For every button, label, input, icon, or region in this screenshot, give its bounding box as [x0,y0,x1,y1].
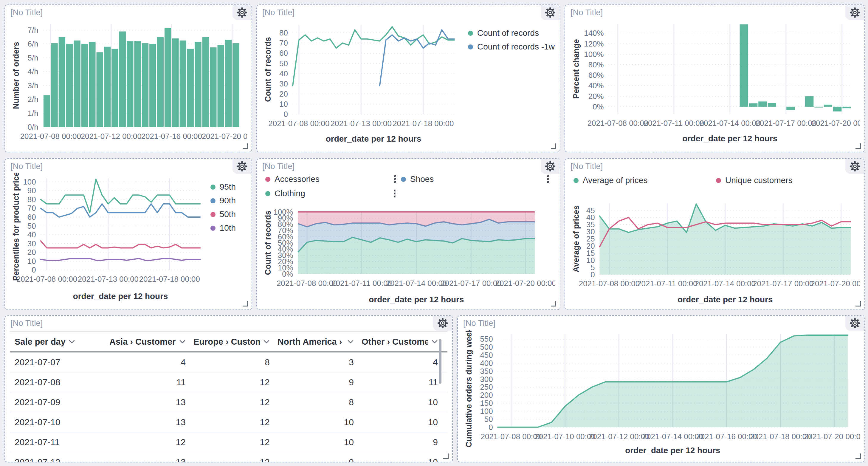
panel-resize-handle[interactable] [856,301,861,307]
svg-text:order_date per 12 hours: order_date per 12 hours [625,446,720,455]
panel-price-percentiles: [No Title] 01020304050607080901002021-07… [4,158,252,310]
svg-text:20: 20 [27,248,36,256]
svg-text:80: 80 [279,28,288,37]
chart-legend: AccessoriesShoesClothing [265,175,554,198]
chevron-down-icon [263,340,270,344]
legend-item-clothing[interactable]: Clothing [265,189,401,198]
legend-series-dot [211,185,216,190]
cell-date: 2021-07-08 [10,372,110,392]
svg-text:40: 40 [586,213,595,221]
panel-resize-handle[interactable] [243,144,248,149]
svg-text:2021-07-18 00:00: 2021-07-18 00:00 [393,119,454,128]
panel-settings-button[interactable] [541,5,560,20]
table-header-europe-customer[interactable]: Europe › Customer [193,332,278,351]
panel-resize-handle[interactable] [551,301,556,307]
chevron-down-icon [179,340,186,344]
svg-text:200: 200 [480,391,493,399]
cell-value: 9 [278,452,362,462]
column-label: Asia › Customers [110,337,176,347]
svg-text:150: 150 [480,399,493,407]
svg-text:Average of prices: Average of prices [572,206,581,273]
svg-text:2021-07-13 00:00: 2021-07-13 00:00 [331,119,392,128]
cell-value: 11 [110,372,193,392]
table-row: 2021-07-091312810 [10,392,447,412]
legend-item-95th[interactable]: 95th [211,182,247,192]
table-row: 2021-07-081112911 [10,372,447,392]
chart-canvas[interactable]: 0/h1/h2/h3/h4/h5/h6/h7/h2021-07-08 00:00… [10,20,247,144]
svg-text:450: 450 [480,351,493,359]
svg-text:0: 0 [32,266,36,274]
legend-item-count-of-records[interactable]: Count of records [468,28,554,38]
svg-text:2021-07-11 00:00: 2021-07-11 00:00 [644,119,704,127]
svg-text:6/h: 6/h [28,40,38,48]
panel-settings-button[interactable] [541,159,560,174]
legend-item-accessories[interactable]: Accessories [265,175,401,184]
legend-actions-icon[interactable] [394,189,397,198]
svg-text:2021-07-11 00:00: 2021-07-11 00:00 [637,280,697,288]
legend-series-dot [211,212,216,217]
panel-header: [No Title] [257,5,560,19]
svg-text:250: 250 [480,383,493,391]
legend-item-shoes[interactable]: Shoes [401,175,554,184]
panel-settings-button[interactable] [845,316,864,331]
legend-item-unique-customers[interactable]: Unique customers [716,176,859,185]
legend-series-label: 90th [220,196,236,206]
panel-title: [No Title] [570,162,603,171]
legend-item-50th[interactable]: 50th [211,210,247,219]
panel-settings-button[interactable] [232,159,252,174]
svg-text:2021-07-16 00:00: 2021-07-16 00:00 [696,432,757,441]
gear-icon [849,7,861,18]
panel-settings-button[interactable] [845,5,864,20]
svg-text:70: 70 [279,38,288,48]
table-row: 2021-07-111212109 [10,432,447,452]
legend-item-count-of-records-1w[interactable]: Count of records -1w [468,42,554,52]
table-scrollbar-thumb[interactable] [439,339,441,384]
cell-value: 12 [193,412,278,432]
legend-item-10th[interactable]: 10th [211,223,247,233]
cell-value: 12 [110,432,193,452]
legend-series-dot [265,191,270,196]
chart-canvas[interactable]: 010203040506070802021-07-08 00:002021-07… [262,20,456,146]
svg-text:60: 60 [279,49,288,58]
legend-series-dot [401,177,406,182]
chart-canvas[interactable]: 0501001502002503003504004505005502021-07… [463,330,860,458]
panel-category-breakdown: [No Title] AccessoriesShoesClothing 0%10… [256,158,560,310]
panel-title: [No Title] [262,8,295,17]
chart-canvas[interactable]: 0%20%40%60%80%100%120%140%2021-07-08 00:… [570,20,860,146]
panel-resize-handle[interactable] [243,301,248,307]
svg-text:2021-07-18 00:00: 2021-07-18 00:00 [139,275,200,283]
panel-resize-handle[interactable] [443,454,448,459]
svg-text:5/h: 5/h [28,54,38,62]
table-header-sale-per-day[interactable]: Sale per day [10,332,110,351]
svg-text:2/h: 2/h [28,95,38,103]
svg-text:300: 300 [480,375,493,383]
panel-settings-button[interactable] [232,5,252,20]
svg-text:2021-07-17 00:00: 2021-07-17 00:00 [440,279,501,287]
svg-text:2021-07-14 00:00: 2021-07-14 00:00 [642,432,704,441]
panel-resize-handle[interactable] [856,454,861,459]
cell-value: 10 [278,432,362,452]
cell-value: 13 [110,392,193,412]
panel-settings-button[interactable] [845,159,864,174]
chart-canvas[interactable]: 01020304050607080901002021-07-08 00:0020… [10,173,203,304]
chart-canvas[interactable]: 0%10%20%30%40%50%60%70%80%90%100%2021-07… [262,208,555,307]
legend-actions-icon[interactable] [547,175,550,184]
legend-series-label: Shoes [410,175,434,184]
svg-text:45: 45 [586,206,595,215]
legend-item-average-of-prices[interactable]: Average of prices [574,176,716,185]
table-row: 2021-07-1013121010 [10,412,447,432]
legend-item-90th[interactable]: 90th [211,196,247,206]
legend-series-label: 95th [220,182,236,192]
panel-settings-button[interactable] [433,316,452,331]
chart-canvas[interactable]: 0510152025303540452021-07-08 00:002021-0… [570,194,860,307]
table-header-asia-customers[interactable]: Asia › Customers [110,332,193,351]
panel-resize-handle[interactable] [551,144,556,149]
panel-resize-handle[interactable] [856,144,861,149]
gear-icon [545,7,556,18]
cell-value: 9 [362,432,445,452]
legend-actions-icon[interactable] [394,175,397,184]
svg-text:2021-07-20 00:00: 2021-07-20 00:00 [202,132,247,141]
table-header-north-america-cu[interactable]: North America › Cu [278,332,362,351]
table-header-other-customers[interactable]: Other › Customers [362,332,445,351]
gear-icon [849,161,861,172]
